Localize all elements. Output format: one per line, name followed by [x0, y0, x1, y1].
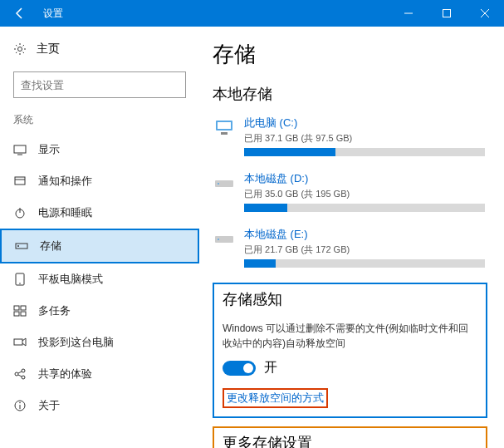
sense-toggle[interactable]: 开: [223, 359, 477, 377]
nav-storage[interactable]: 存储: [0, 229, 199, 263]
content: 存储 本地存储 此电脑 (C:) 已用 37.1 GB (共 97.5 GB) …: [199, 27, 504, 448]
change-free-space-link[interactable]: 更改释放空间的方式: [223, 388, 328, 408]
sidebar: 主页 系统 显示 通知和操作 电源和睡眠 存储 平板电脑模式 多任务: [0, 27, 199, 448]
nav-about[interactable]: 关于: [0, 390, 199, 421]
sense-title: 存储感知: [223, 289, 477, 309]
tablet-icon: [13, 273, 27, 286]
nav-label: 多任务: [38, 303, 71, 318]
svg-point-19: [22, 369, 25, 372]
nav-project[interactable]: 投影到这台电脑: [0, 327, 199, 358]
drive-usage: 已用 37.1 GB (共 97.5 GB): [244, 132, 487, 145]
window-title: 设置: [40, 7, 389, 21]
svg-point-10: [17, 245, 19, 247]
sense-description: Windows 可以通过删除不需要的文件(例如临时文件和回收站中的内容)自动释放…: [223, 321, 477, 351]
nav-label: 存储: [40, 239, 61, 254]
svg-rect-28: [221, 132, 228, 135]
notifications-icon: [13, 175, 27, 188]
svg-line-22: [18, 375, 22, 377]
hdd-icon: [213, 171, 236, 194]
info-icon: [13, 399, 27, 412]
drive-d[interactable]: 本地磁盘 (D:) 已用 35.0 GB (共 195 GB): [213, 171, 487, 212]
share-icon: [13, 367, 27, 381]
svg-rect-1: [443, 10, 451, 17]
nav-label: 平板电脑模式: [38, 272, 103, 287]
back-button[interactable]: [0, 0, 40, 27]
toggle-switch[interactable]: [223, 361, 256, 376]
home-link[interactable]: 主页: [0, 37, 199, 62]
svg-rect-13: [14, 306, 19, 310]
power-icon: [13, 206, 27, 219]
svg-line-21: [18, 372, 22, 373]
minimize-button[interactable]: [389, 0, 428, 27]
nav-label: 共享的体验: [38, 367, 92, 382]
svg-rect-5: [15, 177, 25, 185]
drive-usage: 已用 21.7 GB (共 172 GB): [244, 244, 487, 256]
nav-display[interactable]: 显示: [0, 134, 199, 165]
storage-icon: [15, 239, 28, 253]
svg-rect-15: [14, 312, 19, 316]
maximize-button[interactable]: [428, 0, 466, 27]
drive-name[interactable]: 此电脑 (C:): [244, 116, 487, 130]
multitask-icon: [13, 304, 27, 318]
more-settings-section: 更多存储设置 更改新内容的保存位置 管理存储空间: [213, 426, 487, 448]
gear-icon: [13, 42, 27, 56]
svg-point-12: [19, 283, 21, 284]
drive-c[interactable]: 此电脑 (C:) 已用 37.1 GB (共 97.5 GB): [213, 116, 487, 156]
computer-icon: [213, 116, 236, 139]
search-box[interactable]: [13, 71, 186, 98]
local-storage-title: 本地存储: [213, 84, 487, 104]
nav-label: 显示: [38, 142, 60, 157]
titlebar: 设置: [0, 0, 504, 27]
drive-e[interactable]: 本地磁盘 (E:) 已用 21.7 GB (共 172 GB): [213, 227, 487, 268]
nav-label: 电源和睡眠: [38, 205, 92, 220]
svg-rect-14: [21, 306, 26, 310]
svg-rect-17: [14, 339, 22, 345]
svg-point-2: [18, 47, 22, 52]
svg-rect-16: [21, 312, 26, 316]
toggle-label: 开: [264, 359, 277, 377]
svg-point-25: [19, 402, 21, 404]
more-title: 更多存储设置: [223, 433, 477, 448]
drive-name[interactable]: 本地磁盘 (E:): [244, 227, 487, 242]
nav-label: 通知和操作: [38, 174, 92, 189]
display-icon: [13, 143, 27, 156]
hdd-icon: [213, 227, 236, 250]
project-icon: [13, 336, 27, 349]
section-label: 系统: [0, 113, 199, 134]
drive-bar: [244, 259, 485, 268]
svg-rect-27: [218, 122, 231, 129]
drive-usage: 已用 35.0 GB (共 195 GB): [244, 188, 487, 200]
nav-label: 关于: [38, 398, 60, 413]
drive-bar: [244, 204, 485, 212]
svg-rect-3: [14, 145, 26, 153]
nav-multitask[interactable]: 多任务: [0, 295, 199, 327]
search-input[interactable]: [13, 71, 186, 98]
close-button[interactable]: [466, 0, 504, 27]
svg-point-20: [22, 376, 25, 379]
nav-power[interactable]: 电源和睡眠: [0, 197, 199, 229]
home-label: 主页: [37, 42, 60, 57]
storage-sense-section: 存储感知 Windows 可以通过删除不需要的文件(例如临时文件和回收站中的内容…: [213, 283, 487, 418]
nav-shared[interactable]: 共享的体验: [0, 358, 199, 390]
page-title: 存储: [213, 40, 487, 69]
svg-point-18: [15, 372, 18, 376]
drive-name[interactable]: 本地磁盘 (D:): [244, 171, 487, 186]
nav-label: 投影到这台电脑: [38, 335, 114, 350]
svg-point-32: [218, 239, 219, 240]
svg-point-30: [218, 183, 219, 185]
nav-tablet[interactable]: 平板电脑模式: [0, 263, 199, 295]
drive-bar: [244, 148, 485, 156]
nav-notifications[interactable]: 通知和操作: [0, 165, 199, 197]
